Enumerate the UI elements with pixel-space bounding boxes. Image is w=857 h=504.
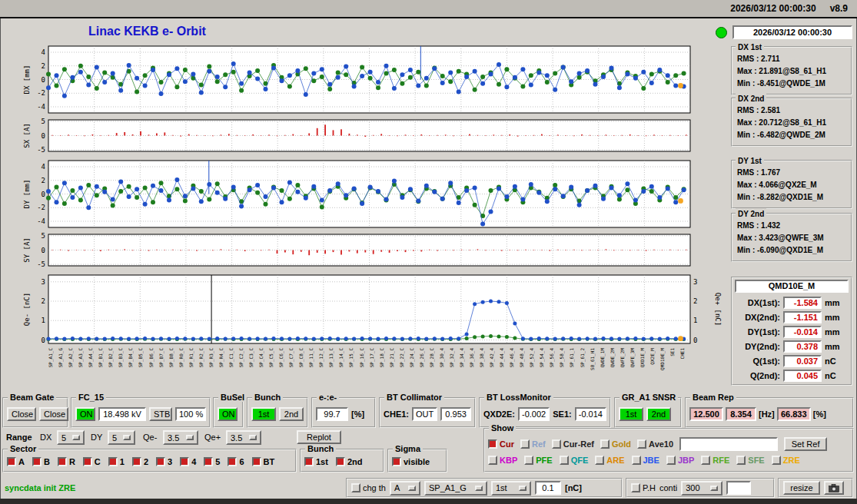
range-qep-select[interactable]: 3.5 [226, 430, 261, 445]
chg-th-toggle[interactable]: chg th [351, 483, 386, 492]
gr-snsr-1st-button[interactable]: 1st [619, 407, 643, 421]
show-are-label: ARE [606, 456, 624, 465]
x-axis-label: SP_58_4 [560, 348, 564, 367]
x-axis-label: SP_11_C [309, 348, 314, 367]
bpm-select[interactable]: SP_A1_G [424, 481, 487, 496]
range-dy-select[interactable]: 5 [108, 430, 135, 445]
sector-4-toggle[interactable]: 4 [180, 457, 196, 466]
screenshot-button[interactable] [824, 481, 844, 495]
stat-box-dx-1st: DX 1st RMS : 2.711 Max : 21.891@S8_61_H1… [731, 46, 852, 95]
ph-toggle[interactable]: P.H [631, 483, 656, 492]
sector-c-toggle[interactable]: C [83, 457, 101, 466]
x-axis-label: SP_48_4 [520, 348, 524, 367]
count-select-value: 300 [686, 483, 699, 492]
option-menu-indicator-icon [123, 435, 131, 440]
count-select[interactable]: 300 [681, 481, 722, 496]
x-axis-label: SP_R3_C [209, 348, 214, 367]
x-axis-label: SP_32_4 [450, 348, 454, 367]
acquisition-controls-group: P.H conti 300 [626, 478, 775, 498]
x-axis-label: SP_A2_C [68, 348, 73, 367]
resize-button[interactable]: resize [783, 481, 820, 495]
sector-a-toggle[interactable]: A [7, 457, 25, 466]
svg-text:Qe+ [nC]: Qe+ [nC] [714, 293, 722, 326]
sector-bt-toggle[interactable]: BT [252, 457, 275, 466]
stat-rms: RMS : 1.432 [737, 220, 851, 232]
show-jbp-toggle[interactable]: JBP [666, 456, 694, 465]
replot-button[interactable]: Replot [297, 430, 341, 444]
monitor-row: Q(1st): 0.037 nC [732, 353, 851, 368]
x-axis-label: SP_A1_G [58, 348, 63, 367]
sector-6-toggle[interactable]: 6 [228, 457, 244, 466]
busel-on-button[interactable]: ON [218, 407, 238, 421]
checkbox-icon [666, 456, 676, 465]
count-input[interactable] [726, 481, 751, 495]
sector-3-toggle[interactable]: 3 [156, 457, 172, 466]
range-qem-label: Qe- [143, 433, 157, 442]
sector-legend: Sector [8, 444, 38, 453]
fc15-group: FC_15 ON 18.498 kV STB 100 % [71, 397, 211, 428]
show-sfe-label: SFE [748, 456, 764, 465]
show-group: Show Cur Ref Cur-Ref Gold Ave10 Set Ref … [483, 428, 854, 472]
stat-box-title: DY 2nd [736, 208, 766, 220]
show-cur-toggle[interactable]: Cur [488, 439, 514, 449]
show-zre-toggle[interactable]: ZRE [772, 456, 800, 465]
checkbox-icon [552, 439, 561, 449]
show-ave10-toggle[interactable]: Ave10 [637, 439, 673, 449]
bunch-1st-button[interactable]: 1st [251, 407, 276, 421]
sector-b-toggle[interactable]: B [32, 457, 50, 466]
se1-label: SE1: [553, 410, 571, 419]
sector-1-toggle[interactable]: 1 [108, 457, 125, 466]
monitor-row-label: Q(1st): [736, 356, 780, 366]
show-kbp-toggle[interactable]: KBP [488, 456, 517, 465]
x-axis-label: SP_52_4 [530, 348, 534, 367]
checkbox-icon [595, 456, 604, 465]
fc15-stb-button[interactable]: STB [149, 407, 172, 421]
chg-th-label: chg th [363, 483, 386, 492]
sector-5-toggle[interactable]: 5 [204, 457, 220, 466]
chart-dy: 420-2-4DY [mm] [22, 158, 696, 230]
bunch-2nd-button[interactable]: 2nd [279, 407, 304, 421]
beam-rep-value-2: 8.354 [726, 407, 756, 421]
show-rfe-toggle[interactable]: RFE [701, 456, 729, 465]
x-axis-label: SP_24_C [410, 348, 414, 367]
beam-rep-legend: Beam Rep [690, 393, 736, 402]
svg-text:2: 2 [42, 62, 45, 70]
bunch-filter-1st-toggle[interactable]: 1st [304, 457, 328, 466]
bunch-filter-2nd-toggle[interactable]: 2nd [336, 457, 363, 466]
set-ref-button[interactable]: Set Ref [784, 437, 827, 451]
show-ref-toggle[interactable]: Ref [520, 439, 546, 449]
fc15-on-button[interactable]: ON [75, 407, 95, 421]
bt-collimator-group: BT Collimator CHE1: OUT 0.953 [379, 397, 476, 428]
show-pfe-toggle[interactable]: PFE [524, 456, 552, 465]
x-axis-label: S8_61_H1 [590, 348, 595, 370]
bunch-filter-2nd-label: 2nd [347, 457, 363, 466]
beam-gate-close-button-1[interactable]: Close [7, 407, 36, 421]
bunch-select[interactable]: 1st [491, 481, 531, 496]
checkbox-icon [736, 456, 746, 465]
show-jbe-toggle[interactable]: JBE [632, 456, 659, 465]
sector-select[interactable]: A [390, 481, 420, 496]
show-gold-toggle[interactable]: Gold [600, 439, 631, 449]
gr-snsr-2nd-button[interactable]: 2nd [646, 407, 671, 421]
ref-name-input[interactable] [679, 437, 778, 451]
show-qfe-toggle[interactable]: QFE [560, 456, 589, 465]
monitor-row-value: -1.584 [783, 297, 822, 309]
sector-r-toggle[interactable]: R [58, 457, 75, 466]
svg-text:4: 4 [42, 163, 45, 171]
show-are-toggle[interactable]: ARE [595, 456, 624, 465]
show-cur-ref-toggle[interactable]: Cur-Ref [552, 439, 594, 449]
x-axis-label: SP_A3_C [78, 348, 83, 367]
sector-3-label: 3 [168, 457, 172, 466]
x-axis-label: SP_22_C [400, 348, 404, 367]
range-dx-select[interactable]: 5 [57, 430, 85, 445]
svg-text:1: 1 [693, 317, 697, 324]
monitor-row-value: -0.014 [783, 326, 822, 338]
sector-2-toggle[interactable]: 2 [132, 457, 148, 466]
checkbox-icon [351, 483, 360, 492]
beam-gate-close-button-2[interactable]: Close [39, 407, 68, 421]
show-cur-ref-label: Cur-Ref [563, 439, 594, 449]
show-sfe-toggle[interactable]: SFE [736, 456, 764, 465]
range-qem-select[interactable]: 3.5 [163, 430, 198, 445]
sigma-visible-toggle[interactable]: visible [392, 457, 430, 466]
x-axis-label: QWDE_1M [600, 348, 605, 367]
